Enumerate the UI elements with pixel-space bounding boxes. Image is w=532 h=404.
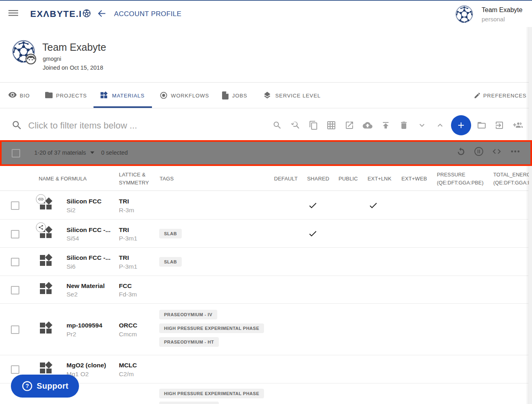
svg-text:?: ? (25, 383, 29, 389)
